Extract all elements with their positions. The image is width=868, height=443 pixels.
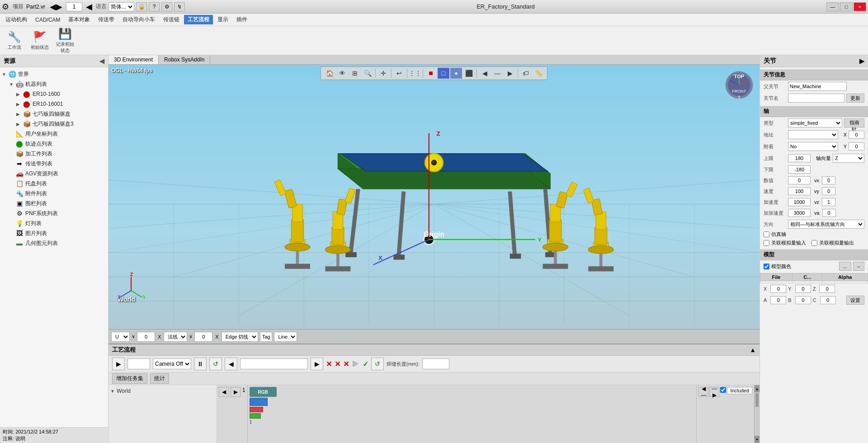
sim-axis-checkbox[interactable] <box>764 231 769 237</box>
mc-input[interactable] <box>820 296 836 304</box>
tree-item-attachment[interactable]: 🔩 附件列表 <box>9 189 106 198</box>
model-color-checkbox[interactable] <box>764 264 769 269</box>
vp-eye-btn[interactable]: 👁 <box>336 68 348 79</box>
vy-input[interactable] <box>822 187 835 195</box>
pf-refresh-btn[interactable]: ↺ <box>371 358 384 370</box>
close-button[interactable]: × <box>854 2 866 11</box>
pf-pause-btn[interactable]: ⏸ <box>194 358 207 370</box>
vp-zoom-fit-btn[interactable]: ⊞ <box>349 68 361 79</box>
normal-select[interactable]: 法线 切线 <box>164 332 187 342</box>
vp-x-input[interactable] <box>137 332 155 342</box>
tree-item-agv[interactable]: 🚗 AGV资源列表 <box>9 169 106 179</box>
menu-item-chain[interactable]: 传送链 <box>160 15 183 24</box>
speed-input[interactable] <box>788 187 811 195</box>
titlebar-lock-btn[interactable]: 🔒 <box>136 2 147 11</box>
vp-grid-btn[interactable]: ⋮⋮ <box>409 68 421 79</box>
tree-item-workpiece[interactable]: 📦 加工件列表 <box>9 149 106 159</box>
vp-dash-btn[interactable]: — <box>491 68 503 79</box>
lower-input[interactable] <box>788 165 811 174</box>
vp-arrow-r-btn[interactable]: ▶ <box>504 68 516 79</box>
tree-item-er10-1600[interactable]: ▶ ⬤ ER10-1600 <box>16 89 106 99</box>
menu-item-agv[interactable]: 自动导向小车 <box>119 15 159 24</box>
axis-type-select[interactable]: simple_fixed revolute prismatic <box>788 118 842 127</box>
tree-item-geometry[interactable]: ▬ 几何图元列表 <box>9 238 106 248</box>
vp-stop-btn[interactable]: ■ <box>425 68 437 79</box>
line-select[interactable]: Line Arc <box>274 332 297 342</box>
model-set-btn[interactable]: 设置 <box>846 296 864 305</box>
vp-y-input[interactable] <box>194 332 212 342</box>
vp-tag-btn[interactable]: 🏷 <box>520 68 532 79</box>
coord-system-select[interactable]: U W <box>111 332 130 342</box>
tree-item-qiqiao3[interactable]: ▶ 📦 七巧板四轴驱盘3 <box>16 119 106 129</box>
pf-time-input[interactable]: 17.60 <box>127 358 150 369</box>
viewport-3d[interactable]: OGL - HW64 fps 🏠 👁 ⊞ 🔍 ✛ ↩ ⋮⋮ ■ □ ● ⬛ ◀ <box>108 65 760 344</box>
ma-input[interactable] <box>770 296 786 304</box>
titlebar-tool-btn[interactable]: ⚙ <box>161 2 172 11</box>
mz-input[interactable] <box>819 285 835 293</box>
menu-item-plugin[interactable]: 插件 <box>233 15 251 24</box>
seam-length-input[interactable]: 0.00 <box>422 358 449 369</box>
vp-cube-btn[interactable]: ⬛ <box>463 68 475 79</box>
tag-btn[interactable]: Tag <box>260 332 273 342</box>
compass[interactable]: TOP FRONT S <box>723 69 755 101</box>
pf-play-btn[interactable]: ▶ <box>112 358 125 370</box>
tab-robox-sysaddin[interactable]: Robox SysAddIn <box>159 55 210 64</box>
titlebar-extra-btn[interactable]: ↯ <box>174 2 185 11</box>
accel-input[interactable] <box>788 198 811 206</box>
attach-select[interactable]: No Yes <box>788 142 838 151</box>
vx-input[interactable] <box>822 176 835 184</box>
maximize-button[interactable]: □ <box>840 2 853 11</box>
menu-item-workflow[interactable]: 工艺流程 <box>184 15 213 24</box>
upper-input[interactable] <box>788 154 811 162</box>
tree-item-user-coords[interactable]: 📐 用户坐标列表 <box>9 129 106 139</box>
tree-item-images[interactable]: 🖼 图片列表 <box>9 228 106 238</box>
axis-x-input[interactable] <box>849 131 864 139</box>
tl-move-left-btn[interactable]: ◀— <box>698 387 708 397</box>
joint-name-input[interactable] <box>788 94 844 103</box>
addr-select[interactable] <box>788 130 838 139</box>
mx-input[interactable] <box>770 285 786 293</box>
pf-prev-btn[interactable]: ◀ <box>225 358 237 370</box>
model-del-btn[interactable]: -- <box>853 262 864 271</box>
vp-sphere-btn[interactable]: ● <box>450 68 462 79</box>
mb-input[interactable] <box>795 296 811 304</box>
vp-move-btn[interactable]: ✛ <box>377 68 389 79</box>
titlebar-num-input[interactable] <box>66 2 82 11</box>
pf-camera-select[interactable]: Camera Off Camera On <box>153 358 191 369</box>
compass-btn[interactable]: 指南针 <box>844 118 864 127</box>
menu-item-conveyor[interactable]: 传送带 <box>94 15 118 24</box>
timeline-right-btn[interactable]: ▶ <box>231 387 241 397</box>
tree-item-pallet[interactable]: 📋 托盘列表 <box>9 179 106 189</box>
right-panel-expand-icon[interactable]: ▶ <box>859 57 864 65</box>
scroll-down-btn[interactable]: ▼ <box>755 436 760 443</box>
toolbar-record-btn[interactable]: 💾 记录初始状态 <box>54 29 76 52</box>
tree-item-world[interactable]: ▼ 🌐 世界 <box>2 69 106 79</box>
tree-item-pnf[interactable]: ⚙ PNF系统列表 <box>9 208 106 218</box>
pf-interval-input[interactable]: 0.033333333333333 <box>240 358 308 369</box>
parent-joint-input[interactable] <box>788 82 847 91</box>
scroll-up-btn[interactable]: ▲ <box>755 385 760 392</box>
titlebar-help-btn[interactable]: ? <box>149 2 160 11</box>
tree-item-conveyor[interactable]: ➡ 传送带列表 <box>9 159 106 169</box>
vp-zoom-in-btn[interactable]: 🔍 <box>362 68 373 79</box>
axis-y-input[interactable] <box>849 142 864 151</box>
timeline-left-btn[interactable]: ◀ <box>219 387 229 397</box>
link-sim-out-checkbox[interactable] <box>811 240 817 246</box>
toolbar-workflow-btn[interactable]: 🔧 工作流 <box>4 29 25 52</box>
titlebar-lang-select[interactable]: 简体... <box>108 2 134 11</box>
jerk-input[interactable] <box>788 209 811 217</box>
vp-arrow-l-btn[interactable]: ◀ <box>479 68 491 79</box>
update-btn[interactable]: 更新 <box>846 94 864 103</box>
pf-add-task-btn[interactable]: 增加任务集 <box>112 373 147 384</box>
vp-home-btn[interactable]: 🏠 <box>324 68 335 79</box>
included-checkbox[interactable] <box>720 387 726 393</box>
my-input[interactable] <box>795 285 811 293</box>
count-input[interactable] <box>788 176 811 184</box>
direction-select[interactable]: 相同—与标准系统轴方向 相反—与标准系统轴方向 <box>788 220 864 229</box>
model-add-btn[interactable]: ... <box>839 262 851 271</box>
va-input[interactable] <box>822 209 836 217</box>
tab-3d-environment[interactable]: 3D Environment <box>108 55 159 64</box>
vp-undo-btn[interactable]: ↩ <box>393 68 405 79</box>
tree-item-er10-16001[interactable]: ▶ ⬤ ER10-16001 <box>16 99 106 109</box>
pf-stat-btn[interactable]: 统计 <box>150 373 169 384</box>
